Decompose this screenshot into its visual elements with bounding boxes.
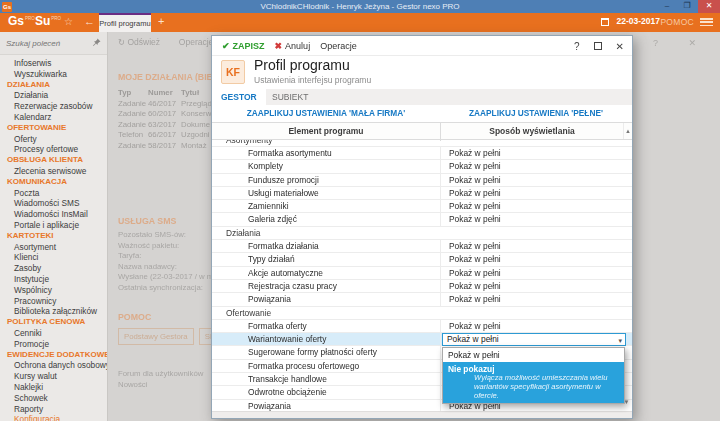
setting-value[interactable]: Pokaż w pełni <box>441 213 632 225</box>
sidebar-item[interactable]: Ochrona danych osobowych <box>0 360 107 371</box>
setting-value[interactable]: Pokaż w pełni <box>441 174 632 186</box>
table-row[interactable]: Telefon66/2017Uzgodni <box>118 130 214 141</box>
setting-row[interactable]: Wariantowanie ofertyPokaż w pełni▾ <box>212 333 632 346</box>
sidebar-item[interactable]: Klienci <box>0 252 107 263</box>
operations-menu-button[interactable]: Operacje <box>320 41 357 51</box>
setting-value[interactable]: Pokaż w pełni <box>441 293 632 305</box>
sidebar-item[interactable]: Naklejki <box>0 382 107 393</box>
command-search[interactable] <box>0 32 107 55</box>
tab-subiekt[interactable]: SUBIEKT <box>263 89 317 105</box>
sidebar-item[interactable]: Biblioteka załączników <box>0 306 107 317</box>
setting-row[interactable]: KompletyPokaż w pełni <box>212 160 632 173</box>
gestor-logo[interactable]: GsPRO <box>8 14 35 28</box>
new-tab-button[interactable]: + <box>158 15 164 27</box>
sidebar-item[interactable]: Asortyment <box>0 242 107 253</box>
setting-row[interactable]: Usługi materiałowePokaż w pełni <box>212 187 632 200</box>
setting-row[interactable]: Formatka działaniaPokaż w pełni <box>212 240 632 253</box>
apply-mala-firma-link[interactable]: ZAAPLIKUJ USTAWIENIA 'MAŁA FIRMA' <box>212 105 440 122</box>
dropdown-option[interactable]: Pokaż w pełni <box>443 348 624 362</box>
display-mode-combobox[interactable]: Pokaż w pełni▾ <box>442 333 626 346</box>
sidebar-item[interactable]: Działania <box>0 90 107 101</box>
minimize-button[interactable]: – <box>658 0 676 13</box>
setting-value[interactable]: Pokaż w pełni <box>441 160 632 172</box>
sidebar-item[interactable]: Instytucje <box>0 274 107 285</box>
save-button[interactable]: ✔ZAPISZ <box>222 41 265 51</box>
apply-pelne-link[interactable]: ZAAPLIKUJ USTAWIENIA 'PEŁNE' <box>440 105 632 122</box>
sidebar-item[interactable]: Rezerwacje zasobów <box>0 101 107 112</box>
section-row[interactable]: Asortymenty <box>212 140 632 147</box>
help-link[interactable]: Forum dla użytkowników <box>118 368 203 379</box>
sidebar-item[interactable]: Zlecenia serwisowe <box>0 166 107 177</box>
dialog-help-button[interactable]: ? <box>574 41 580 52</box>
combobox-value: Pokaż w pełni <box>447 334 499 344</box>
background-close-icon[interactable]: ✕ <box>688 38 696 48</box>
setting-row[interactable]: Rejestracja czasu pracyPokaż w pełni <box>212 280 632 293</box>
sidebar-item[interactable]: Pracownicy <box>0 296 107 307</box>
setting-row[interactable]: ZamiennikiPokaż w pełni <box>212 200 632 213</box>
table-row[interactable]: Zadanie58/2017Montaż <box>118 141 214 152</box>
sms-line: Nazwa nadawcy: <box>118 262 214 273</box>
module-badge: KF <box>221 60 245 84</box>
sidebar-item[interactable]: Schowek <box>0 393 107 404</box>
sidebar-item[interactable]: Kalendarz <box>0 112 107 123</box>
tab-gestor[interactable]: GESTOR <box>212 89 266 105</box>
table-row[interactable]: Zadanie46/2017Przegląd <box>118 99 214 110</box>
background-help-icon[interactable]: ? <box>653 38 658 48</box>
sidebar-item[interactable]: Konfiguracja <box>0 414 107 421</box>
tab-profil-programu[interactable]: Profil programu <box>99 13 151 32</box>
sidebar-item[interactable]: Poczta <box>0 188 107 199</box>
subiekt-logo[interactable]: SuPRO <box>35 14 61 28</box>
setting-value[interactable]: Pokaż w pełni <box>441 147 632 159</box>
table-row[interactable]: Zadanie63/2017Dokume <box>118 120 214 131</box>
section-row[interactable]: Ofertowanie <box>212 307 632 320</box>
help-menu[interactable]: POMOC <box>660 17 694 27</box>
help-button[interactable]: Podstawy Gestora <box>118 328 194 345</box>
scroll-up-arrow[interactable]: ▲ <box>623 123 632 139</box>
search-input[interactable] <box>4 35 90 51</box>
sidebar-item[interactable]: Wiadomości SMS <box>0 198 107 209</box>
dialog-maximize-button[interactable] <box>594 42 602 50</box>
refresh-icon[interactable]: ↻ <box>118 37 125 47</box>
setting-row[interactable]: Formatka ofertyPokaż w pełni <box>212 320 632 333</box>
sidebar-item[interactable]: Portale i aplikacje <box>0 220 107 231</box>
setting-row[interactable]: PowiązaniaPokaż w pełni <box>212 293 632 306</box>
setting-row[interactable]: Akcje automatycznePokaż w pełni <box>212 267 632 280</box>
hamburger-menu-icon[interactable] <box>700 18 713 27</box>
sidebar-item[interactable]: Procesy ofertowe <box>0 144 107 155</box>
setting-value[interactable]: Pokaż w pełni <box>441 320 632 332</box>
sidebar-item[interactable]: Wiadomości InsMail <box>0 209 107 220</box>
section-row[interactable]: Działania <box>212 227 632 240</box>
setting-value[interactable]: Pokaż w pełni <box>441 253 632 265</box>
operations-button[interactable]: Operacje <box>179 37 214 47</box>
cancel-button[interactable]: ✖Anuluj <box>275 41 311 51</box>
refresh-button[interactable]: Odśwież <box>128 37 161 47</box>
table-row[interactable]: Zadanie60/2017Konserw <box>118 109 214 120</box>
setting-value[interactable]: Pokaż w pełni <box>441 240 632 252</box>
pin-icon[interactable] <box>93 38 101 47</box>
setting-value[interactable]: Pokaż w pełni <box>441 187 632 199</box>
sidebar-item[interactable]: Wspólnicy <box>0 285 107 296</box>
maximize-button[interactable]: ❐ <box>678 0 696 13</box>
setting-value[interactable]: Pokaż w pełni <box>441 280 632 292</box>
sidebar-item[interactable]: Wyszukiwarka <box>0 69 107 80</box>
favorites-star-icon[interactable]: ☆ <box>64 16 73 27</box>
current-date[interactable]: 22-03-2017 <box>617 16 660 26</box>
dropdown-option-selected[interactable]: Nie pokazujWyłącza możliwość umieszczani… <box>443 362 624 403</box>
sidebar-item[interactable]: Oferty <box>0 134 107 145</box>
sidebar-item[interactable]: Infoserwis <box>0 58 107 69</box>
setting-row[interactable]: Fundusze promocjiPokaż w pełni <box>212 174 632 187</box>
help-link[interactable]: Nowości <box>118 379 203 390</box>
close-button[interactable]: ✕ <box>698 0 720 13</box>
sidebar-item[interactable]: Cenniki <box>0 328 107 339</box>
setting-value[interactable]: Pokaż w pełni <box>441 267 632 279</box>
setting-row[interactable]: Typy działańPokaż w pełni <box>212 253 632 266</box>
sidebar-item[interactable]: Raporty <box>0 404 107 415</box>
setting-value[interactable]: Pokaż w pełni <box>441 200 632 212</box>
back-arrow-icon[interactable]: ← <box>84 15 95 27</box>
sidebar-item[interactable]: Zasoby <box>0 263 107 274</box>
dialog-close-button[interactable]: ✕ <box>616 41 624 52</box>
sidebar-item[interactable]: Kursy walut <box>0 371 107 382</box>
setting-row[interactable]: Formatka asortymentuPokaż w pełni <box>212 147 632 160</box>
sidebar-item[interactable]: Promocje <box>0 339 107 350</box>
setting-row[interactable]: Galeria zdjęćPokaż w pełni <box>212 213 632 226</box>
